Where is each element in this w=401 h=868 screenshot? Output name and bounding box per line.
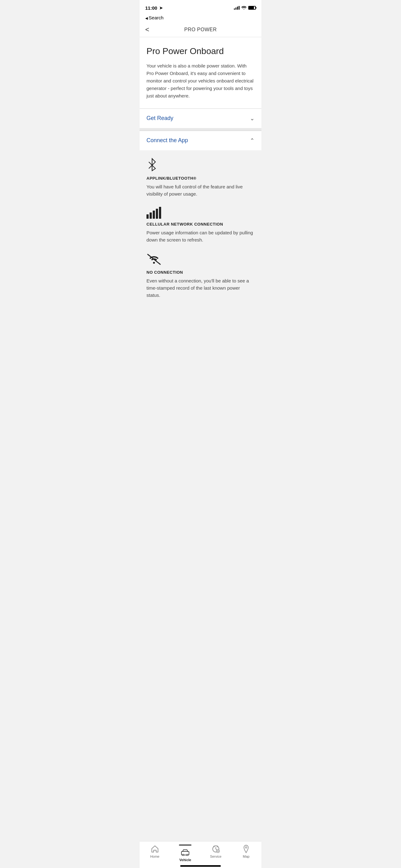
get-ready-accordion: Get Ready ⌄ <box>140 108 261 128</box>
wifi-icon <box>241 6 246 10</box>
status-icons <box>234 6 256 10</box>
time-display: 11:00 <box>145 5 157 11</box>
svg-line-2 <box>149 165 152 168</box>
connect-app-content: APPLINK/BLUETOOTH® You will have full co… <box>140 150 261 307</box>
status-time: 11:00 ➤ <box>145 5 163 11</box>
main-content: Pro Power Onboard Your vehicle is also a… <box>140 37 261 334</box>
svg-line-1 <box>149 162 152 165</box>
page-title: PRO POWER <box>184 27 217 32</box>
hero-title: Pro Power Onboard <box>146 46 255 57</box>
page-header: < PRO POWER <box>140 23 261 37</box>
no-connection-block: NO CONNECTION Even without a connection,… <box>146 253 255 299</box>
location-arrow-icon: ➤ <box>159 6 163 10</box>
back-button[interactable]: < <box>145 26 149 33</box>
no-connection-description: Even without a connection, you'll be abl… <box>146 277 255 299</box>
battery-icon <box>248 6 256 10</box>
section-divider <box>140 128 261 131</box>
cellular-icon <box>146 207 255 219</box>
back-search-link[interactable]: Search <box>145 15 164 20</box>
back-nav-bar: Search <box>140 14 261 23</box>
connect-app-label: Connect the App <box>146 137 188 144</box>
bluetooth-block: APPLINK/BLUETOOTH® You will have full co… <box>146 158 255 198</box>
connect-app-accordion: Connect the App ⌃ APPLINK/BLUETOOTH® You… <box>140 131 261 307</box>
bluetooth-icon <box>146 158 255 173</box>
status-bar: 11:00 ➤ <box>140 0 261 14</box>
hero-description: Your vehicle is also a mobile power stat… <box>146 62 255 100</box>
cellular-name: CELLULAR NETWORK CONNECTION <box>146 222 255 226</box>
signal-bars-icon <box>146 207 255 219</box>
get-ready-accordion-header[interactable]: Get Ready ⌄ <box>140 109 261 128</box>
cellular-description: Power usage information can be updated b… <box>146 229 255 244</box>
get-ready-label: Get Ready <box>146 115 173 122</box>
bluetooth-description: You will have full control of the featur… <box>146 183 255 198</box>
connect-app-accordion-header[interactable]: Connect the App ⌃ <box>140 131 261 150</box>
get-ready-chevron-icon: ⌄ <box>250 115 255 122</box>
bluetooth-name: APPLINK/BLUETOOTH® <box>146 176 255 181</box>
bottom-spacer <box>140 306 261 334</box>
no-connection-name: NO CONNECTION <box>146 270 255 275</box>
cellular-block: CELLULAR NETWORK CONNECTION Power usage … <box>146 207 255 244</box>
hero-section: Pro Power Onboard Your vehicle is also a… <box>140 37 261 108</box>
no-wifi-icon <box>146 253 255 267</box>
cell-signal-icon <box>234 6 239 10</box>
connect-app-chevron-icon: ⌃ <box>250 137 255 144</box>
